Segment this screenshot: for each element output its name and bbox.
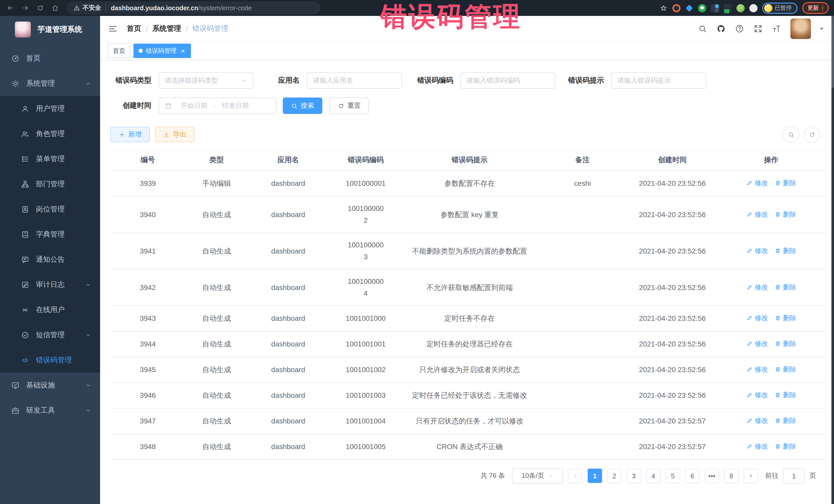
edit-link[interactable]: 修改 <box>746 312 768 324</box>
page-ellipsis[interactable]: ••• <box>705 468 719 483</box>
date-range-picker[interactable]: 开始日期 - 结束日期 <box>159 97 277 114</box>
page-button-4[interactable]: 4 <box>646 468 660 483</box>
breadcrumb-item[interactable]: 系统管理 <box>152 24 181 34</box>
sidebar-item-dev-tools[interactable]: 研发工具 <box>0 398 100 423</box>
browser-home-button[interactable] <box>50 3 60 13</box>
reset-button[interactable]: 重置 <box>329 97 369 114</box>
address-bar[interactable]: 不安全 dashboard.yudao.iocoder.cn/system/er… <box>67 2 320 14</box>
edit-link[interactable]: 修改 <box>746 338 768 350</box>
cell-id: 3944 <box>110 331 185 357</box>
browser-back-button[interactable] <box>5 3 15 13</box>
window-scrollbar[interactable] <box>831 16 834 504</box>
sidebar-item-home[interactable]: 首页 <box>0 46 100 71</box>
security-chip[interactable]: 不安全 <box>73 4 101 12</box>
extension-orange-ring-icon[interactable] <box>672 4 680 12</box>
edit-link[interactable]: 修改 <box>746 177 768 189</box>
extension-green-v-icon[interactable] <box>698 4 706 12</box>
browser-update-button[interactable]: 更新 <box>802 2 829 14</box>
browser-profile-button[interactable]: 已暂停 <box>762 2 797 14</box>
github-icon[interactable] <box>717 24 726 34</box>
toolbox-icon <box>11 406 20 414</box>
page-button-2[interactable]: 2 <box>607 468 621 483</box>
breadcrumb-item[interactable]: 错误码管理 <box>193 24 228 34</box>
sidebar-item-notice-announcement[interactable]: 通知公告 <box>0 247 100 272</box>
page-button-6[interactable]: 6 <box>685 468 700 483</box>
edit-link[interactable]: 修改 <box>746 440 768 452</box>
cell-time: 2021-04-20 23:52:56 <box>629 382 716 408</box>
error-code-input[interactable]: 请输入错误码编码 <box>460 72 555 89</box>
error-type-select[interactable]: 请选择错误码类型 <box>159 72 254 89</box>
sidebar-item-error-code-management[interactable]: 错误码管理 <box>0 348 100 373</box>
delete-link[interactable]: 删除 <box>774 281 796 293</box>
delete-link[interactable]: 删除 <box>774 440 796 452</box>
goto-page-input[interactable]: 1 <box>783 468 805 483</box>
page-button-3[interactable]: 3 <box>627 468 641 483</box>
delete-link[interactable]: 删除 <box>774 245 796 256</box>
error-hint-input[interactable]: 请输入错误码提示 <box>611 72 706 89</box>
edit-link[interactable]: 修改 <box>746 415 768 426</box>
page-button-5[interactable]: 5 <box>666 468 680 483</box>
extension-grid-icon[interactable] <box>710 4 719 12</box>
sidebar-item-menu-management[interactable]: 菜单管理 <box>0 146 100 171</box>
sidebar-item-label: 角色管理 <box>36 129 91 138</box>
edit-link[interactable]: 修改 <box>746 245 768 256</box>
sidebar-item-system-management[interactable]: 系统管理 <box>0 71 100 96</box>
edit-link[interactable]: 修改 <box>746 281 768 293</box>
browser-reload-button[interactable] <box>35 3 45 13</box>
sidebar-item-dict-management[interactable]: 字典管理 <box>0 222 100 247</box>
extension-blue-gem-icon[interactable] <box>685 4 693 12</box>
sidebar-item-sms-management[interactable]: 短信管理 <box>0 322 100 348</box>
tag-active[interactable]: 错误码管理 <box>133 44 191 58</box>
delete-link[interactable]: 删除 <box>774 338 796 350</box>
sidebar-item-label: 审计日志 <box>36 280 85 289</box>
delete-link[interactable]: 删除 <box>774 415 796 426</box>
extensions-puzzle-icon[interactable] <box>749 4 757 12</box>
edit-link[interactable]: 修改 <box>746 364 768 375</box>
caret-down-icon[interactable] <box>817 24 826 34</box>
browser-forward-button[interactable] <box>20 3 30 13</box>
sidebar-item-role-management[interactable]: 角色管理 <box>0 121 100 146</box>
kebab-menu-icon[interactable] <box>822 5 823 11</box>
app-name-input[interactable]: 请输入应用名 <box>307 72 402 89</box>
export-button[interactable]: 导出 <box>155 127 195 142</box>
add-button[interactable]: 新增 <box>110 127 150 142</box>
fullscreen-icon[interactable] <box>753 24 763 34</box>
toggle-search-button[interactable] <box>783 126 799 143</box>
cell-app: dashboard <box>248 306 328 331</box>
page-button-8[interactable]: 8 <box>724 468 739 483</box>
breadcrumb-item[interactable]: 首页 <box>127 24 141 34</box>
search-icon[interactable] <box>698 24 707 34</box>
tag-item[interactable]: 首页 <box>108 44 130 58</box>
delete-link[interactable]: 删除 <box>774 312 796 324</box>
search-button[interactable]: 搜索 <box>283 97 322 114</box>
sidebar-item-infrastructure[interactable]: 基础设施 <box>0 373 100 398</box>
next-page-button[interactable] <box>744 468 758 483</box>
sidebar-item-user-management[interactable]: 用户管理 <box>0 96 100 121</box>
delete-link[interactable]: 删除 <box>774 389 796 401</box>
update-label: 更新 <box>808 4 819 12</box>
page-button-1[interactable]: 1 <box>588 468 602 483</box>
extension-onetab-icon[interactable] <box>723 4 731 12</box>
font-size-icon[interactable] <box>772 24 781 34</box>
refresh-table-button[interactable] <box>804 126 820 143</box>
hamburger-icon[interactable] <box>108 24 118 34</box>
cell-app: dashboard <box>248 196 328 233</box>
sidebar-item-dept-management[interactable]: 部门管理 <box>0 171 100 197</box>
app-logo-row[interactable]: 芋道管理系统 <box>0 16 100 43</box>
sidebar-item-post-management[interactable]: 岗位管理 <box>0 197 100 222</box>
edit-link[interactable]: 修改 <box>746 389 768 401</box>
tags-view-bar: 首页错误码管理 <box>100 42 834 60</box>
page-size-select[interactable]: 10条/页 <box>512 468 563 483</box>
delete-link[interactable]: 删除 <box>774 177 796 189</box>
delete-link[interactable]: 删除 <box>774 208 796 220</box>
sidebar-item-online-users[interactable]: 在线用户 <box>0 297 100 322</box>
delete-link[interactable]: 删除 <box>774 364 796 375</box>
user-avatar[interactable] <box>790 19 811 39</box>
help-question-icon[interactable] <box>735 24 744 34</box>
edit-link[interactable]: 修改 <box>746 208 768 220</box>
extension-frog-icon[interactable] <box>736 4 744 12</box>
scrollbar-thumb[interactable] <box>831 16 834 88</box>
sidebar-item-audit-log[interactable]: 审计日志 <box>0 272 100 297</box>
bookmark-star-icon[interactable] <box>659 4 667 12</box>
prev-page-button[interactable] <box>568 468 583 483</box>
